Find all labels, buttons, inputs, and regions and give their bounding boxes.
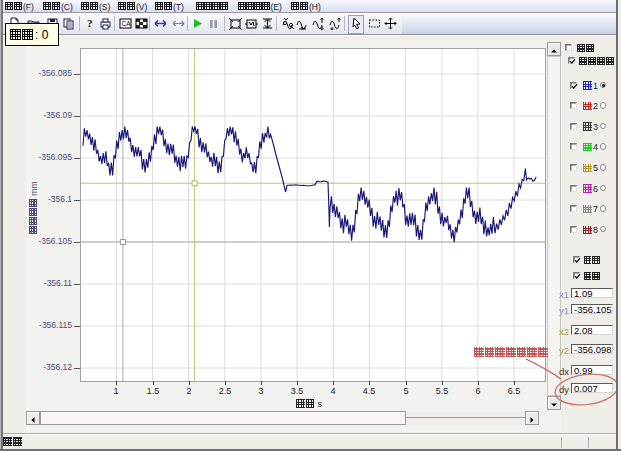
svg-text:?: ? xyxy=(87,17,93,29)
svg-text:CA: CA xyxy=(122,20,132,27)
